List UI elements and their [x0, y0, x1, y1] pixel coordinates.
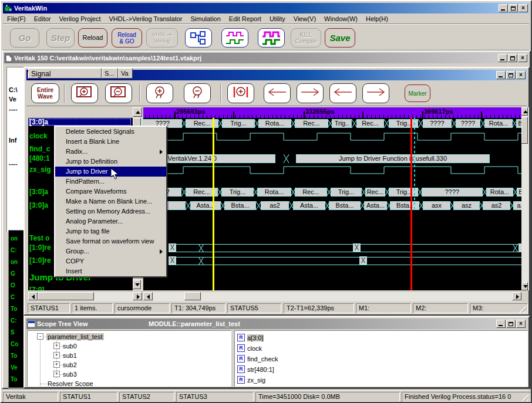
menu-item-save-format-on-waveform-view[interactable]: Save format on waveform view: [55, 236, 166, 246]
kill-compile-button[interactable]: KILLCompile: [291, 28, 321, 48]
close-button[interactable]: ×: [518, 54, 527, 62]
expand-box[interactable]: +: [53, 343, 60, 349]
menu-item-delete-selected-signals[interactable]: Delete Selected Signals: [55, 127, 166, 137]
tree-item-sub0[interactable]: sub0: [63, 343, 77, 350]
value-column-header[interactable]: Va: [118, 68, 133, 79]
tree-item-resolver-scope[interactable]: Resolver Scope: [48, 380, 93, 387]
menu-item-jump-to-definition[interactable]: Jump to Definition: [55, 157, 166, 167]
menu-item-insert-a-blank-line[interactable]: Insert a Blank Line: [55, 137, 166, 147]
scrollbar-thumb[interactable]: [521, 117, 528, 144]
next-event-button[interactable]: [362, 83, 389, 103]
scope-signal-str-480-1-[interactable]: Rstr[480:1]: [237, 365, 274, 374]
signal-row[interactable]: [1:0]re: [29, 256, 51, 265]
marker-cyan[interactable]: [414, 118, 415, 212]
tree-item-parameter-list-test[interactable]: parameter_list_test: [46, 333, 104, 340]
scroll-down-button[interactable]: [133, 280, 141, 289]
save-button[interactable]: Save: [325, 28, 355, 48]
menu-view-v-[interactable]: View(V): [289, 14, 320, 23]
menu-help-h-[interactable]: Help(H): [362, 14, 392, 23]
close-button[interactable]: ×: [518, 4, 528, 12]
menu-simulation[interactable]: Simulation: [187, 14, 225, 23]
minimize-button[interactable]: [496, 320, 506, 328]
signal-row[interactable]: zx_sig: [29, 165, 51, 174]
signal-hscrollbar[interactable]: [28, 292, 142, 302]
time-cursor-t1[interactable]: [213, 118, 214, 290]
maximize-button[interactable]: [509, 4, 518, 12]
menu-item-group-[interactable]: Group...: [55, 246, 166, 256]
zoom-out-button[interactable]: [184, 83, 211, 103]
scope-signal-find-check[interactable]: Rfind_check: [237, 354, 278, 363]
scroll-right-button[interactable]: [133, 292, 142, 300]
minimize-button[interactable]: [499, 4, 508, 12]
signal-row[interactable]: clock: [29, 132, 48, 140]
scope-titlebar[interactable]: Scope Tree View MODULE::parameter_list_t…: [26, 319, 527, 329]
next-edge-button[interactable]: [297, 83, 324, 103]
scroll-down-button[interactable]: [521, 282, 528, 290]
hierarchy-diagram-button[interactable]: [185, 28, 212, 48]
scroll-right-button[interactable]: [512, 292, 521, 300]
waveform-vscrollbar[interactable]: [521, 107, 529, 290]
waveform-view-button[interactable]: [221, 28, 248, 48]
entire-wave-button[interactable]: EntireWave: [31, 83, 59, 103]
size-column-header[interactable]: S...: [102, 68, 118, 79]
app-titlebar[interactable]: VeritakWin ×: [3, 3, 529, 13]
maximize-button[interactable]: [508, 54, 517, 62]
signal-row[interactable]: [3:0]a: [29, 201, 48, 209]
menu-window-w-[interactable]: Window(W): [320, 14, 362, 23]
maximize-button[interactable]: [506, 71, 516, 79]
menu-item-make-a-name-on-blank-line-[interactable]: Make a Name on Blank Line...: [55, 197, 166, 206]
signal-row[interactable]: [7:0]: [29, 286, 44, 290]
tree-item-sub2[interactable]: sub2: [63, 361, 77, 368]
scroll-up-button[interactable]: [133, 107, 142, 117]
marker-button[interactable]: Marker: [405, 84, 430, 102]
timeline-ruler[interactable]: 295693ps332655ps369617ps: [143, 107, 521, 118]
close-button[interactable]: ×: [516, 71, 526, 79]
signal-row[interactable]: [3:0]a: [28, 118, 132, 126]
menu-item-jump-to-tag-file[interactable]: Jump to tag file: [55, 226, 166, 236]
menu-item-insert[interactable]: Insert: [55, 266, 166, 276]
tree-item-sub1[interactable]: sub1: [63, 352, 77, 359]
minimize-button[interactable]: [496, 71, 506, 79]
close-button[interactable]: ×: [516, 320, 526, 328]
menu-file-f-[interactable]: File(F): [3, 14, 30, 23]
zoom-fit-cursors-button[interactable]: [227, 83, 254, 103]
waveform-view-large-button[interactable]: [258, 28, 285, 48]
zoom-in-button[interactable]: [146, 83, 173, 103]
scope-signal-zx-sig[interactable]: Rzx_sig: [237, 375, 265, 384]
menu-item-analog-parameter-[interactable]: Analog Parameter...: [55, 216, 166, 226]
menu-verilog-project[interactable]: Verilog Project: [55, 14, 105, 23]
zoom-out-box-button[interactable]: [105, 83, 132, 103]
reload-and-go-button[interactable]: Reload& GO: [112, 28, 142, 48]
signal-row[interactable]: Test o: [29, 234, 49, 242]
minimize-button[interactable]: [498, 54, 507, 62]
waveform-hscrollbar[interactable]: [143, 292, 521, 302]
step-button[interactable]: Step: [46, 28, 75, 48]
signal-column-header[interactable]: Signal: [28, 68, 102, 79]
menu-item-radix-[interactable]: Radix...: [55, 147, 166, 157]
scrollbar-thumb[interactable]: [184, 292, 201, 300]
scroll-up-button[interactable]: [521, 107, 528, 116]
expand-box[interactable]: +: [53, 361, 60, 368]
scroll-left-button[interactable]: [28, 292, 38, 300]
cursor-red[interactable]: [410, 118, 412, 290]
prev-edge-button[interactable]: [264, 83, 291, 103]
menu-vhdl-verilog-translator[interactable]: VHDL->Verilog Translator: [105, 14, 186, 23]
prev-event-button[interactable]: [329, 83, 356, 103]
scrollbar-thumb[interactable]: [38, 292, 94, 300]
tree-item-sub3[interactable]: sub3: [63, 371, 77, 378]
menu-item-copy[interactable]: COPY: [55, 256, 166, 266]
expand-box[interactable]: +: [53, 371, 60, 377]
scope-signal-a-3-0-[interactable]: Ra[3:0]: [237, 333, 264, 342]
scope-signal-panel[interactable]: Ra[3:0]RclockRfind_checkRstr[480:1]Rzx_s…: [234, 330, 528, 387]
project-titlebar[interactable]: Veritak 150 C:\veritakwin\veritakwin\sam…: [4, 53, 528, 63]
zoom-in-box-button[interactable]: [71, 83, 98, 103]
signal-row[interactable]: find_c: [29, 145, 50, 153]
maximize-button[interactable]: [506, 320, 516, 328]
vhdl-to-verilog-button[interactable]: VHDL ⇒Verilog: [146, 28, 178, 48]
signal-row[interactable]: [3:0]a: [29, 188, 48, 196]
waveform-canvas[interactable]: ????Rec...Trig...Rota...Rec...Trig..Rec.…: [143, 118, 521, 290]
menu-edit-report[interactable]: Edit Report: [225, 14, 265, 23]
collapse-box[interactable]: -: [37, 333, 43, 340]
scope-tree-panel[interactable]: -parameter_list_test+sub0+sub1+sub2+sub3…: [27, 330, 231, 387]
reload-button[interactable]: Reload: [78, 28, 107, 48]
